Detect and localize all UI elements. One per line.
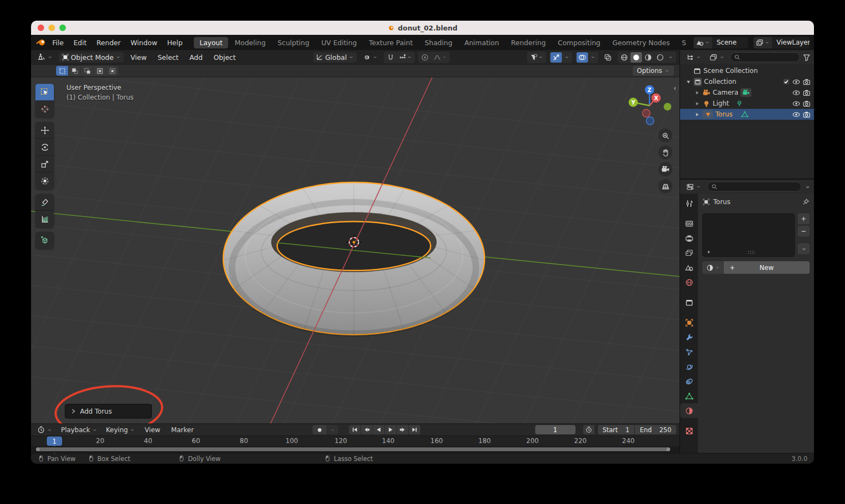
editor-type-selector[interactable] [34,52,56,63]
hide-eye-icon[interactable] [792,100,800,108]
navigation-gizmo[interactable]: Z X Y [622,78,677,133]
tab-render[interactable] [680,216,698,231]
tab-modifiers[interactable] [680,330,698,345]
select-mode-invert[interactable] [94,66,106,76]
outliner-row-torus[interactable]: Torus [680,109,814,120]
viewport-menu-view[interactable]: View [127,52,151,63]
options-button[interactable]: Options [633,66,674,76]
gizmo-settings[interactable] [562,53,571,61]
shading-material-preview[interactable] [642,52,654,63]
timeline-menu-playback[interactable]: Playback [58,425,100,435]
menu-file[interactable]: File [48,37,68,48]
select-mode-extend[interactable] [69,66,81,76]
pan-view-button[interactable] [658,145,672,159]
tab-physics[interactable] [680,359,698,374]
scene-browse-button[interactable] [694,37,712,48]
timeline-track[interactable] [31,446,679,453]
xray-toggle[interactable] [602,52,614,63]
viewlayer-browse-button[interactable] [754,37,772,48]
outliner-row-light[interactable]: Light [680,98,814,109]
add-slot-button[interactable] [798,213,810,224]
properties-editor-selector[interactable] [683,182,704,192]
expand-arrow-icon[interactable] [706,249,712,255]
tab-output[interactable] [680,231,698,245]
tab-texture[interactable] [680,423,698,438]
workspace-tab-layout[interactable]: Layout [194,37,228,48]
tool-rotate[interactable] [35,139,54,156]
tool-transform[interactable] [35,173,54,189]
current-frame-indicator[interactable]: 1 [47,437,62,446]
tab-material[interactable] [680,403,698,418]
material-slot-list[interactable]: :::: [702,213,795,257]
prev-keyframe-button[interactable] [361,425,372,434]
show-gizmo-toggle[interactable] [550,52,562,63]
slot-specials-button[interactable] [798,243,810,254]
zoom-view-button[interactable] [658,128,672,143]
select-mode-intersect[interactable] [106,66,118,76]
minimize-window-button[interactable] [48,24,55,31]
disable-render-icon[interactable] [803,100,811,108]
new-material-button[interactable]: New [724,261,810,274]
workspace-tab-animation[interactable]: Animation [459,37,505,48]
tab-tool[interactable] [680,196,698,211]
outliner-row-collection[interactable]: Collection [680,76,814,87]
show-overlays-toggle[interactable] [577,52,588,63]
outliner-display-mode[interactable] [707,52,727,63]
workspace-tab-compositing[interactable]: Compositing [552,37,605,48]
pin-icon[interactable] [802,198,810,206]
tab-object[interactable] [680,315,698,330]
tool-measure[interactable] [35,211,54,228]
shading-settings[interactable] [666,53,675,61]
workspace-tab-shading[interactable]: Shading [419,37,458,48]
timeline-editor-selector[interactable] [34,425,55,435]
hide-eye-icon[interactable] [792,78,800,86]
disable-render-icon[interactable] [803,78,811,86]
3d-viewport[interactable]: User Perspective (1) Collection | Torus [31,77,679,423]
expand-arrow-icon[interactable] [694,101,700,107]
select-mode-new[interactable] [56,66,68,76]
auto-keying-toggle[interactable] [313,425,327,434]
proportional-toggle[interactable] [419,52,431,63]
select-mode-subtract[interactable] [81,66,93,76]
expand-arrow-icon[interactable] [694,90,700,96]
tab-scene[interactable] [680,260,698,275]
tool-cursor[interactable] [35,101,54,118]
chevron-down-icon[interactable] [805,184,811,190]
disable-render-icon[interactable] [803,89,811,97]
light-data-icon[interactable] [736,100,743,107]
tool-add-primitive[interactable] [35,232,54,249]
play-button[interactable] [385,425,396,434]
hide-eye-icon[interactable] [792,89,800,97]
menu-render[interactable]: Render [93,37,125,48]
tab-view-layer[interactable] [680,245,698,260]
tool-scale[interactable] [35,156,54,173]
hide-eye-icon[interactable] [792,110,800,119]
torus-object[interactable] [223,182,485,336]
outliner-search-input[interactable] [730,52,800,62]
shading-rendered[interactable] [654,52,666,63]
end-frame-field[interactable]: End250 [635,425,676,434]
collapse-arrow-icon[interactable] [685,79,691,85]
operator-redo-panel[interactable]: Add Torus [65,404,152,419]
maximize-window-button[interactable] [59,24,66,31]
resize-grip[interactable]: :::: [748,249,755,255]
workspace-tab-modeling[interactable]: Modeling [229,37,271,48]
scene-name-field[interactable]: Scene [712,39,748,46]
breadcrumb-object-name[interactable]: Torus [713,198,730,206]
tool-move[interactable] [35,122,54,139]
shading-solid[interactable] [630,52,642,63]
timeline-menu-keying[interactable]: Keying [103,425,138,435]
properties-search-input[interactable] [707,182,801,192]
viewport-menu-add[interactable]: Add [186,52,206,63]
viewport-menu-select[interactable]: Select [154,52,182,63]
blender-logo-icon[interactable] [35,38,46,47]
disable-render-icon[interactable] [803,110,811,119]
tool-select-box[interactable] [35,84,54,101]
start-frame-field[interactable]: Start1 [598,425,634,434]
jump-to-end-button[interactable] [409,425,420,434]
next-keyframe-button[interactable] [397,425,408,434]
show-object-types[interactable] [528,52,545,63]
current-frame-field[interactable]: 1 [535,425,575,434]
transform-orientation-selector[interactable]: Global [313,52,357,63]
remove-slot-button[interactable] [798,226,810,237]
